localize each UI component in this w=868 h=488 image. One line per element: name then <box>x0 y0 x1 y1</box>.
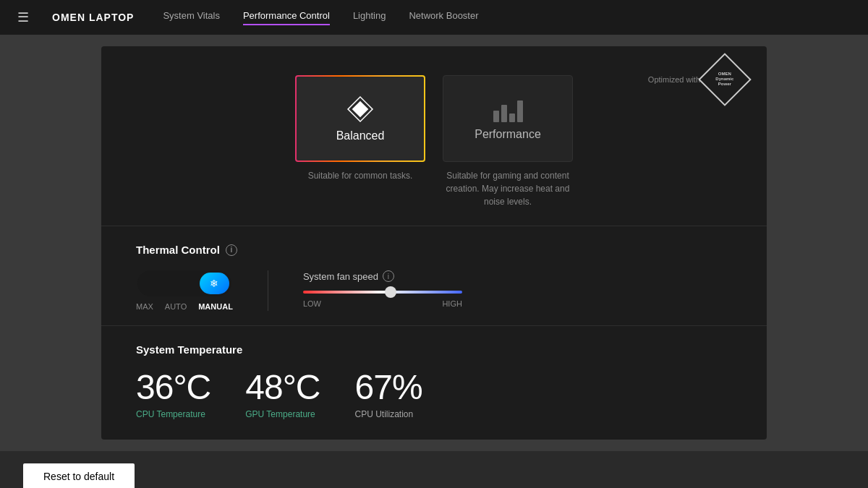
temp-readings: 36°C CPU Temperature 48°C GPU Temperatur… <box>136 370 732 419</box>
main-panel: Optimized with OMEN Dynamic Power <box>101 46 767 440</box>
toggle-group: ❄ MAX AUTO MANUAL <box>136 270 268 311</box>
temp-section: System Temperature 36°C CPU Temperature … <box>101 326 767 440</box>
fan-slider-track <box>303 291 462 294</box>
menu-icon[interactable]: ☰ <box>17 9 29 25</box>
optimized-badge: Optimized with OMEN Dynamic Power <box>648 61 744 98</box>
fan-speed-title: System fan speed <box>303 271 378 282</box>
bar3 <box>509 114 515 122</box>
nav-lighting[interactable]: Lighting <box>353 10 386 25</box>
temp-item-cpu: 36°C CPU Temperature <box>136 370 210 419</box>
balanced-diamond-icon <box>346 95 375 124</box>
mode-performance-button[interactable]: Performance <box>443 75 573 162</box>
nav-system-vitals[interactable]: System Vitals <box>163 10 220 25</box>
svg-rect-1 <box>352 101 369 118</box>
temp-title: System Temperature <box>136 343 242 356</box>
toggle-labels: MAX AUTO MANUAL <box>136 302 233 311</box>
nav-bar: System Vitals Performance Control Lighti… <box>163 10 478 25</box>
nav-network-booster[interactable]: Network Booster <box>409 10 478 25</box>
optimized-text: Optimized with <box>648 75 700 84</box>
thermal-section: Thermal Control i ❄ MAX AUTO <box>101 226 767 326</box>
thermal-title-row: Thermal Control i <box>136 244 732 256</box>
omen-logo-line3: Power <box>715 82 733 87</box>
main-wrapper: Optimized with OMEN Dynamic Power <box>0 35 868 451</box>
balanced-desc: Suitable for common tasks. <box>295 169 425 182</box>
cpu-util-value: 67% <box>355 370 422 405</box>
thermal-controls: ❄ MAX AUTO MANUAL System fan speed i <box>136 270 732 311</box>
toggle-snowflake-icon: ❄ <box>210 278 218 289</box>
mode-cards: Balanced Suitable for common tasks. Perf… <box>136 75 732 208</box>
bar4 <box>517 100 523 122</box>
mode-card-balanced: Balanced Suitable for common tasks. <box>295 75 425 208</box>
reset-button[interactable]: Reset to default <box>23 463 135 488</box>
bar2 <box>501 105 507 122</box>
fan-labels: LOW HIGH <box>303 299 462 308</box>
cpu-temp-label: CPU Temperature <box>136 409 205 419</box>
performance-desc: Suitable for gaming and content creation… <box>443 169 573 208</box>
toggle-auto-seg <box>169 273 199 294</box>
gpu-temp-value: 48°C <box>245 370 320 405</box>
omen-diamond-logo: OMEN Dynamic Power <box>698 53 752 106</box>
fan-low-label: LOW <box>303 299 321 308</box>
thermal-info-icon[interactable]: i <box>226 244 237 256</box>
temp-title-row: System Temperature <box>136 343 732 356</box>
footer: Reset to default <box>0 451 868 488</box>
fan-slider-container: LOW HIGH <box>303 291 462 308</box>
brand-label: OMEN LAPTOP <box>52 12 134 23</box>
thermal-toggle[interactable]: ❄ <box>137 270 231 296</box>
temp-item-gpu: 48°C GPU Temperature <box>245 370 320 419</box>
header: ☰ OMEN LAPTOP System Vitals Performance … <box>0 0 868 35</box>
toggle-max-seg <box>140 273 169 294</box>
omen-diamond-inner: OMEN Dynamic Power <box>715 72 733 87</box>
gpu-temp-label: GPU Temperature <box>245 409 315 419</box>
toggle-manual-label: MANUAL <box>198 302 233 311</box>
fan-slider-thumb[interactable] <box>385 286 396 298</box>
thermal-title: Thermal Control <box>136 244 220 256</box>
cpu-util-label: CPU Utilization <box>355 409 414 419</box>
performance-bar-icon <box>493 96 523 122</box>
bar1 <box>493 111 499 122</box>
cpu-temp-value: 36°C <box>136 370 210 405</box>
mode-balanced-button[interactable]: Balanced <box>295 75 425 162</box>
toggle-auto-label: AUTO <box>165 302 187 311</box>
fan-speed-group: System fan speed i LOW HIGH <box>268 270 732 308</box>
fan-high-label: HIGH <box>442 299 462 308</box>
fan-speed-title-row: System fan speed i <box>303 270 732 282</box>
fan-speed-info-icon[interactable]: i <box>383 270 394 282</box>
toggle-max-label: MAX <box>136 302 153 311</box>
mode-card-performance: Performance Suitable for gaming and cont… <box>443 75 573 208</box>
performance-label: Performance <box>475 128 541 141</box>
temp-item-cpu-util: 67% CPU Utilization <box>355 370 422 419</box>
balanced-label: Balanced <box>336 129 385 142</box>
nav-performance-control[interactable]: Performance Control <box>243 10 330 25</box>
mode-section: Optimized with OMEN Dynamic Power <box>101 46 767 226</box>
toggle-manual-seg: ❄ <box>200 273 229 294</box>
